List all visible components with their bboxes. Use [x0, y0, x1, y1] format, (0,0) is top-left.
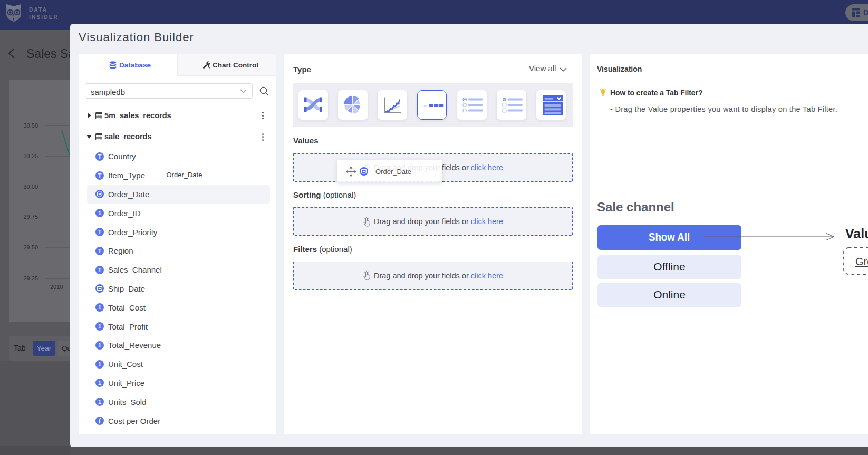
svg-text:Tab: Tab — [422, 104, 427, 108]
